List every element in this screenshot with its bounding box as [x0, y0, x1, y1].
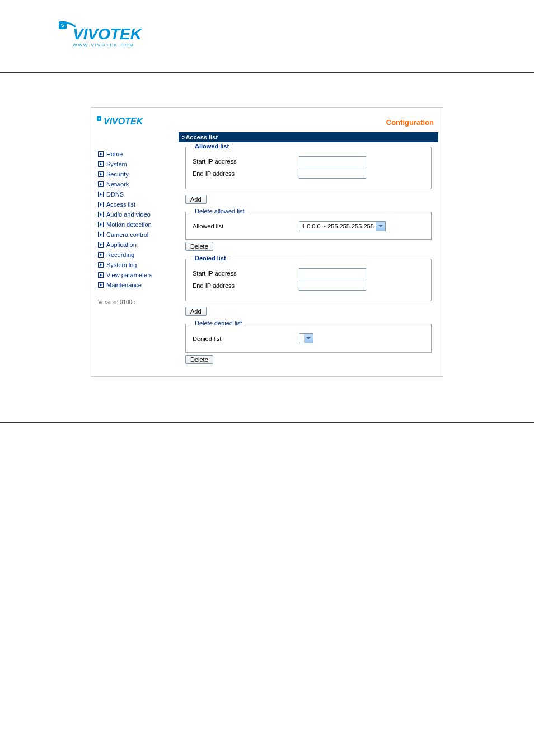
arrow-icon [98, 181, 104, 187]
delete-denied-legend: Delete denied list [191, 320, 245, 326]
arrow-icon [98, 161, 104, 167]
sidebar-item-camera-control[interactable]: Camera control [98, 230, 174, 240]
denied-list-row: Denied list [193, 333, 424, 344]
divider-bottom [0, 422, 534, 423]
allowed-list-legend: Allowed list [191, 143, 232, 150]
arrow-icon [98, 192, 104, 197]
denied-end-ip-row: End IP address [193, 281, 424, 291]
sidebar-item-security[interactable]: Security [98, 169, 174, 179]
config-body: Home System Security Network DDNS Access… [96, 142, 438, 372]
sidebar-item-maintenance[interactable]: Maintenance [98, 280, 174, 290]
start-ip-label: Start IP address [193, 270, 299, 277]
allowed-list-selected: 1.0.0.0 ~ 255.255.255.255 [299, 221, 386, 231]
denied-start-ip-row: Start IP address [193, 268, 424, 278]
sidebar-item-application[interactable]: Application [98, 240, 174, 250]
delete-allowed-fieldset: Delete allowed list Allowed list 1.0.0.0… [185, 212, 432, 240]
allowed-list-row: Allowed list 1.0.0.0 ~ 255.255.255.255 [193, 221, 424, 231]
config-label: Configuration [386, 118, 434, 127]
arrow-icon [98, 262, 104, 268]
arrow-icon [98, 151, 104, 157]
denied-list-legend: Denied list [191, 255, 229, 262]
config-window: VIVOTEK Configuration >Access list Home … [91, 107, 443, 377]
sidebar-item-label: System log [106, 262, 137, 268]
allowed-start-ip-row: Start IP address [193, 156, 424, 166]
sidebar-item-label: Motion detection [106, 221, 152, 228]
allowed-add-button[interactable]: Add [185, 195, 207, 204]
sidebar-item-system-log[interactable]: System log [98, 260, 174, 270]
sidebar-item-view-parameters[interactable]: View parameters [98, 270, 174, 280]
sidebar-item-label: View parameters [106, 272, 152, 278]
arrow-icon [98, 222, 104, 227]
sidebar-item-home[interactable]: Home [98, 149, 174, 159]
sidebar-item-label: Recording [106, 251, 134, 258]
sidebar-item-label: System [106, 161, 127, 167]
sidebar-item-network[interactable]: Network [98, 179, 174, 189]
sidebar-item-label: Security [106, 171, 129, 178]
denied-list-fieldset: Denied list Start IP address End IP addr… [185, 259, 432, 301]
denied-end-ip-input[interactable] [299, 281, 366, 291]
svg-point-5 [99, 118, 100, 120]
sidebar-item-label: DDNS [106, 191, 124, 198]
delete-denied-fieldset: Delete denied list Denied list [185, 324, 432, 353]
allowed-start-ip-input[interactable] [299, 156, 366, 166]
sidebar-item-audio-video[interactable]: Audio and video [98, 209, 174, 220]
sidebar-item-label: Network [106, 181, 129, 188]
sidebar: Home System Security Network DDNS Access… [96, 142, 179, 372]
denied-add-button[interactable]: Add [185, 307, 207, 316]
title-bar: >Access list [179, 132, 438, 142]
allowed-end-ip-row: End IP address [193, 169, 424, 179]
sidebar-item-label: Camera control [106, 231, 148, 238]
sidebar-item-label: Audio and video [106, 211, 151, 218]
sidebar-item-label: Maintenance [106, 282, 142, 288]
denied-start-ip-input[interactable] [299, 268, 366, 278]
logo-small: VIVOTEK [96, 114, 157, 130]
svg-text:VIVOTEK: VIVOTEK [73, 25, 143, 43]
chevron-down-icon [376, 222, 385, 231]
arrow-icon [98, 212, 104, 217]
main-content: Allowed list Start IP address End IP add… [179, 142, 438, 372]
chevron-down-icon [304, 334, 313, 343]
start-ip-label: Start IP address [193, 158, 299, 165]
end-ip-label: End IP address [193, 170, 299, 177]
svg-text:WWW.VIVOTEK.COM: WWW.VIVOTEK.COM [73, 43, 134, 48]
allowed-end-ip-input[interactable] [299, 169, 366, 179]
sidebar-item-access-list[interactable]: Access list [98, 199, 174, 209]
denied-delete-button[interactable]: Delete [185, 355, 213, 364]
arrow-icon [98, 242, 104, 248]
sidebar-item-recording[interactable]: Recording [98, 250, 174, 260]
delete-allowed-legend: Delete allowed list [191, 208, 248, 214]
config-header: VIVOTEK Configuration [96, 112, 438, 132]
allowed-list-fieldset: Allowed list Start IP address End IP add… [185, 147, 432, 189]
arrow-icon [98, 232, 104, 237]
end-ip-label: End IP address [193, 282, 299, 289]
allowed-list-label: Allowed list [193, 223, 299, 230]
sidebar-item-label: Application [106, 241, 137, 248]
denied-list-select[interactable] [299, 333, 313, 344]
version-label: Version: 0100c [98, 299, 174, 305]
arrow-icon [98, 171, 104, 177]
divider-top [0, 72, 534, 73]
allowed-list-select[interactable]: 1.0.0.0 ~ 255.255.255.255 [299, 221, 386, 231]
arrow-icon [98, 272, 104, 278]
sidebar-item-motion-detection[interactable]: Motion detection [98, 220, 174, 230]
sidebar-item-label: Access list [106, 201, 135, 208]
arrow-icon [98, 202, 104, 207]
sidebar-item-system[interactable]: System [98, 159, 174, 169]
sidebar-item-label: Home [106, 151, 123, 157]
arrow-icon [98, 252, 104, 258]
page-logo: VIVOTEK WWW.VIVOTEK.COM [0, 0, 534, 55]
sidebar-item-ddns[interactable]: DDNS [98, 189, 174, 199]
allowed-delete-button[interactable]: Delete [185, 242, 213, 251]
svg-text:VIVOTEK: VIVOTEK [104, 116, 144, 126]
denied-list-label: Denied list [193, 335, 299, 342]
arrow-icon [98, 282, 104, 288]
